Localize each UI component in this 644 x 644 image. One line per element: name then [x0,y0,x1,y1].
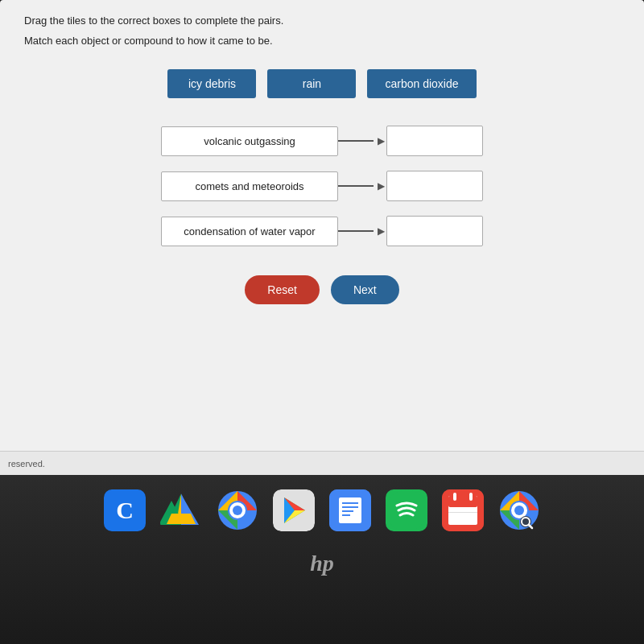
tile-rain[interactable]: rain [267,69,356,98]
buttons-row: Reset Next [24,275,620,304]
source-volcanic: volcanic outgassing [161,126,338,156]
source-comets: comets and meteoroids [161,171,338,201]
svg-rect-21 [342,514,350,516]
source-condensation: condensation of water vapor [161,217,338,246]
taskbar: C [0,475,644,644]
svg-rect-22 [386,489,427,531]
svg-marker-6 [167,514,196,524]
sub-instruction: Match each object or compound to how it … [24,35,620,47]
footer-text: reserved. [8,459,45,469]
chromex-app-icon[interactable] [498,489,540,531]
reset-button[interactable]: Reset [245,275,320,304]
tiles-row: icy debris rain carbon dioxide [24,69,620,98]
svg-rect-18 [342,502,358,504]
hp-text: hp [310,551,334,576]
footer-bar: reserved. [0,451,644,475]
svg-rect-27 [469,493,473,501]
svg-point-10 [233,506,242,515]
drive-app-icon[interactable] [160,489,202,531]
svg-point-32 [514,506,524,515]
main-instruction: Drag the tiles to the correct boxes to c… [24,14,620,27]
match-row-2: comets and meteoroids [161,171,483,201]
matching-area: volcanic outgassing comets and meteoroid… [24,126,620,246]
spotify-app-icon[interactable] [386,489,427,531]
hp-logo: hp [298,547,346,580]
play-app-icon[interactable] [273,489,315,531]
main-screen: Drag the tiles to the correct boxes to c… [0,0,644,451]
svg-rect-26 [453,493,456,501]
chrome-app-icon[interactable] [217,489,258,531]
c-app-icon[interactable]: C [104,489,146,531]
hp-logo-area: hp [298,547,346,580]
svg-rect-19 [342,506,358,508]
target-2[interactable] [386,171,483,201]
svg-rect-20 [342,510,353,512]
svg-line-35 [529,525,532,528]
svg-rect-28 [448,512,477,513]
target-3[interactable] [386,216,483,246]
taskbar-icons: C [0,489,644,531]
tile-carbon-dioxide[interactable]: carbon dioxide [367,69,476,98]
tile-icy-debris[interactable]: icy debris [167,69,256,98]
svg-rect-25 [448,496,477,507]
next-button[interactable]: Next [331,275,399,304]
match-row-3: condensation of water vapor [161,216,483,246]
calendar-app-icon[interactable] [442,489,484,531]
match-row-1: volcanic outgassing [161,126,483,156]
docs-app-icon[interactable] [329,489,371,531]
target-1[interactable] [386,126,483,156]
